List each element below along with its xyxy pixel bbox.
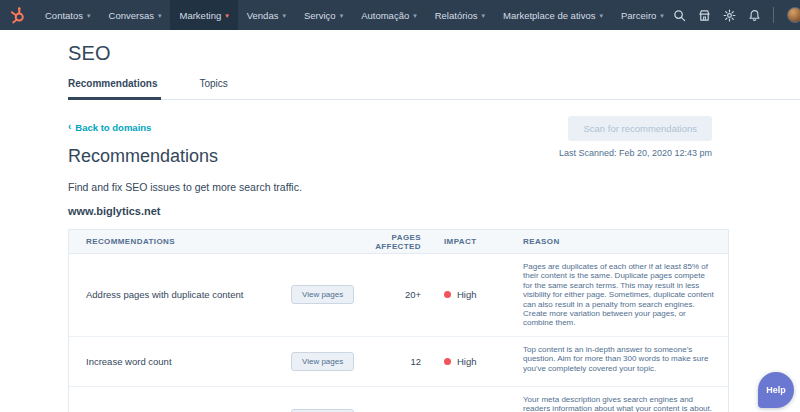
- view-pages-button[interactable]: View pages: [291, 352, 354, 371]
- tab-recommendations[interactable]: Recommendations: [68, 78, 161, 100]
- tab-topics[interactable]: Topics: [199, 78, 231, 100]
- nav-item-label: Vendas: [247, 10, 279, 21]
- impact-label: High: [457, 289, 477, 300]
- impact-dot: [444, 291, 451, 298]
- column-header-impact: IMPACT: [421, 237, 514, 246]
- nav-item-marketing[interactable]: Marketing ▾: [170, 0, 237, 30]
- page-head: SEO Recommendations Topics: [0, 30, 800, 100]
- chevron-down-icon: ▾: [482, 12, 486, 19]
- view-pages-button[interactable]: View pages: [291, 285, 354, 304]
- hubspot-logo[interactable]: [8, 4, 28, 26]
- tab-bar: Recommendations Topics: [68, 78, 800, 100]
- chevron-down-icon: ▾: [660, 12, 664, 19]
- account-menu[interactable]: biglytics.net ▾: [785, 7, 800, 23]
- nav-divider: [773, 7, 774, 23]
- nav-item-servico[interactable]: Serviço ▾: [295, 0, 352, 30]
- recommendations-section: ‹ Back to domains Recommendations Find a…: [0, 100, 800, 217]
- nav-right-tools: biglytics.net ▾: [673, 7, 800, 23]
- chevron-down-icon: ▾: [158, 12, 162, 19]
- pages-affected-value: 20+: [371, 254, 421, 336]
- nav-item-relatorios[interactable]: Relatórios ▾: [426, 0, 494, 30]
- view-pages-cell: View pages: [291, 337, 371, 386]
- chevron-down-icon: ▾: [282, 12, 286, 19]
- chevron-down-icon: ▾: [599, 12, 603, 19]
- impact-cell: High: [421, 337, 514, 386]
- marketplace-icon[interactable]: [698, 8, 712, 22]
- nav-item-label: Relatórios: [435, 10, 478, 21]
- column-header-reason: REASON: [514, 237, 728, 246]
- domain-name: www.biglytics.net: [68, 205, 800, 217]
- nav-item-label: Parceiro: [621, 10, 656, 21]
- table-row: Address pages with duplicate content Vie…: [69, 254, 728, 337]
- nav-item-automacao[interactable]: Automação ▾: [352, 0, 426, 30]
- search-icon[interactable]: [673, 8, 687, 22]
- reason-text: Your meta description gives search engin…: [514, 387, 728, 412]
- pages-affected-value: 20+: [371, 387, 421, 412]
- nav-item-vendas[interactable]: Vendas ▾: [238, 0, 295, 30]
- recommendation-name: Add meta description: [69, 387, 291, 412]
- help-button[interactable]: Help: [758, 372, 794, 408]
- impact-label: High: [457, 356, 477, 367]
- recommendations-table: RECOMMENDATIONS PAGES AFFECTED IMPACT RE…: [68, 229, 729, 412]
- chevron-down-icon: ▾: [340, 12, 344, 19]
- table-row: Increase word count View pages 12 High T…: [69, 337, 728, 387]
- nav-item-label: Automação: [361, 10, 409, 21]
- view-pages-cell: View pages: [291, 387, 371, 412]
- reason-text: Top content is an in-depth answer to som…: [514, 337, 728, 386]
- chevron-down-icon: ▾: [413, 12, 417, 19]
- nav-item-label: Marketplace de ativos: [503, 10, 595, 21]
- table-row: Add meta description View pages 20+ Medi…: [69, 387, 728, 412]
- back-link-label: Back to domains: [75, 122, 151, 133]
- top-navbar: Contatos ▾ Conversas ▾ Marketing ▾ Venda…: [0, 0, 800, 30]
- nav-item-label: Serviço: [304, 10, 336, 21]
- view-pages-cell: View pages: [291, 254, 371, 336]
- scan-for-recommendations-button[interactable]: Scan for recommendations: [568, 116, 712, 141]
- nav-item-conversas[interactable]: Conversas ▾: [100, 0, 171, 30]
- impact-cell: High: [421, 254, 514, 336]
- page-title: SEO: [68, 42, 800, 65]
- chevron-down-icon: ▾: [225, 12, 229, 19]
- chevron-left-icon: ‹: [68, 122, 71, 132]
- nav-item-parceiro[interactable]: Parceiro ▾: [612, 0, 673, 30]
- nav-item-label: Contatos: [45, 10, 83, 21]
- nav-item-marketplace-de-ativos[interactable]: Marketplace de ativos ▾: [494, 0, 612, 30]
- table-header-row: RECOMMENDATIONS PAGES AFFECTED IMPACT RE…: [69, 230, 728, 254]
- pages-affected-value: 12: [371, 337, 421, 386]
- column-header-recommendations: RECOMMENDATIONS: [69, 237, 291, 246]
- back-to-domains-link[interactable]: ‹ Back to domains: [68, 122, 151, 133]
- settings-gear-icon[interactable]: [723, 8, 737, 22]
- recommendation-name: Increase word count: [69, 337, 291, 386]
- nav-menu: Contatos ▾ Conversas ▾ Marketing ▾ Venda…: [36, 0, 673, 30]
- chevron-down-icon: ▾: [87, 12, 91, 19]
- nav-item-label: Conversas: [109, 10, 154, 21]
- reason-text: Pages are duplicates of each other if at…: [514, 254, 728, 336]
- impact-cell: Medium: [421, 387, 514, 412]
- notifications-bell-icon[interactable]: [748, 8, 762, 22]
- nav-item-label: Marketing: [179, 10, 221, 21]
- last-scanned-text: Last Scanned: Feb 20, 2020 12:43 pm: [559, 148, 712, 158]
- nav-item-contatos[interactable]: Contatos ▾: [36, 0, 100, 30]
- column-header-pages-affected: PAGES AFFECTED: [371, 233, 421, 251]
- impact-dot: [444, 358, 451, 365]
- section-subtitle: Find and fix SEO issues to get more sear…: [68, 181, 800, 193]
- avatar: [787, 7, 800, 23]
- recommendation-name: Address pages with duplicate content: [69, 254, 291, 336]
- scan-area: Scan for recommendations Last Scanned: F…: [559, 116, 712, 158]
